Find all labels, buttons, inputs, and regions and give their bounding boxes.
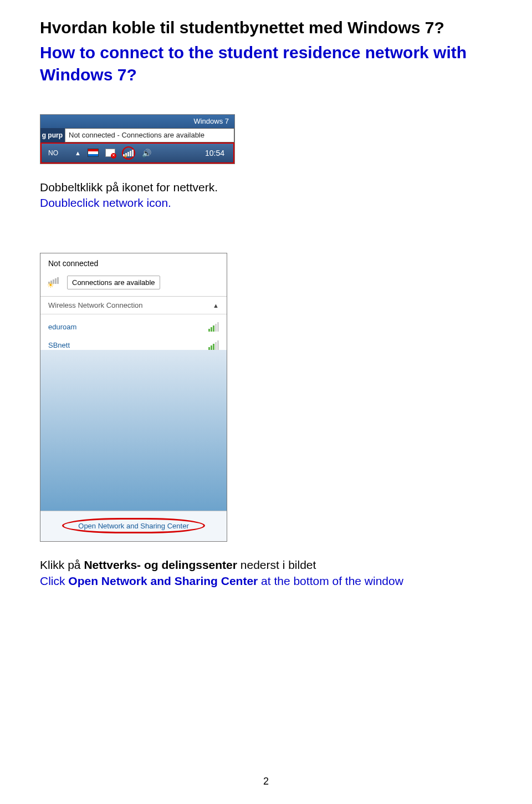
caption2-en-bold: Open Network and Sharing Center bbox=[68, 574, 258, 587]
caption2-no-pre: Klikk på bbox=[40, 558, 84, 571]
tray-expand-icon[interactable]: ▲ bbox=[75, 150, 81, 156]
caption2-no-post: nederst i bildet bbox=[237, 558, 316, 571]
network-name: eduroam bbox=[48, 323, 76, 331]
network-item-eduroam[interactable]: eduroam bbox=[48, 318, 219, 336]
signal-strength-icon bbox=[208, 322, 219, 332]
flyout-footer: Open Network and Sharing Center bbox=[40, 511, 227, 541]
flag-icon[interactable] bbox=[88, 149, 99, 157]
caption2-no-bold: Nettverks- og delingssenter bbox=[84, 558, 237, 571]
taskbar-left-fragment: g purp bbox=[40, 128, 65, 143]
signal-strength-icon bbox=[208, 340, 219, 350]
connections-available-icon: ☀ bbox=[48, 277, 63, 288]
caption1-en: Doubleclick network icon. bbox=[40, 195, 492, 211]
language-indicator[interactable]: NO bbox=[42, 149, 70, 157]
wifi-available-badge-icon: ✶ bbox=[124, 154, 128, 159]
network-flyout-screenshot: Not connected ☀ Connections are availabl… bbox=[40, 253, 227, 542]
caption2-en-pre: Click bbox=[40, 574, 68, 587]
network-name: SBnett bbox=[48, 341, 70, 349]
taskbar-screenshot: Windows 7 g purp Not connected - Connect… bbox=[40, 114, 235, 164]
caption2-en: Click Open Network and Sharing Center at… bbox=[40, 573, 492, 589]
chevron-up-icon: ▲ bbox=[213, 302, 219, 309]
page-number: 2 bbox=[0, 776, 532, 787]
connections-available-label: Connections are available bbox=[67, 276, 160, 289]
network-list: eduroam SBnett bbox=[40, 314, 227, 511]
network-tray-icon[interactable]: ✶ bbox=[122, 146, 135, 160]
caption1-no: Dobbeltklikk på ikonet for nettverk. bbox=[40, 180, 492, 195]
highlight-circle: Open Network and Sharing Center bbox=[62, 518, 204, 533]
title-no: Hvordan koble til studentbynettet med Wi… bbox=[40, 17, 492, 39]
action-center-icon[interactable] bbox=[105, 149, 115, 157]
clock[interactable]: 10:54 bbox=[196, 149, 233, 157]
caption2-no: Klikk på Nettverks- og delingssenter ned… bbox=[40, 557, 492, 573]
flyout-status: Not connected bbox=[46, 259, 221, 268]
title-en: How to connect to the student residence … bbox=[40, 42, 492, 86]
caption2-en-post: at the bottom of the window bbox=[258, 574, 403, 587]
window-title: Windows 7 bbox=[193, 117, 229, 125]
window-titlebar: Windows 7 bbox=[40, 115, 234, 128]
wireless-section-label: Wireless Network Connection bbox=[48, 301, 143, 309]
network-item-sbnett[interactable]: SBnett bbox=[48, 336, 219, 354]
speaker-icon[interactable]: 🔊 bbox=[142, 149, 151, 157]
open-network-sharing-link[interactable]: Open Network and Sharing Center bbox=[78, 522, 188, 530]
wireless-section-header[interactable]: Wireless Network Connection ▲ bbox=[40, 297, 227, 314]
network-tooltip: Not connected - Connections are availabl… bbox=[65, 128, 234, 143]
system-tray: NO ▲ ✶ 🔊 10:54 bbox=[40, 143, 234, 164]
